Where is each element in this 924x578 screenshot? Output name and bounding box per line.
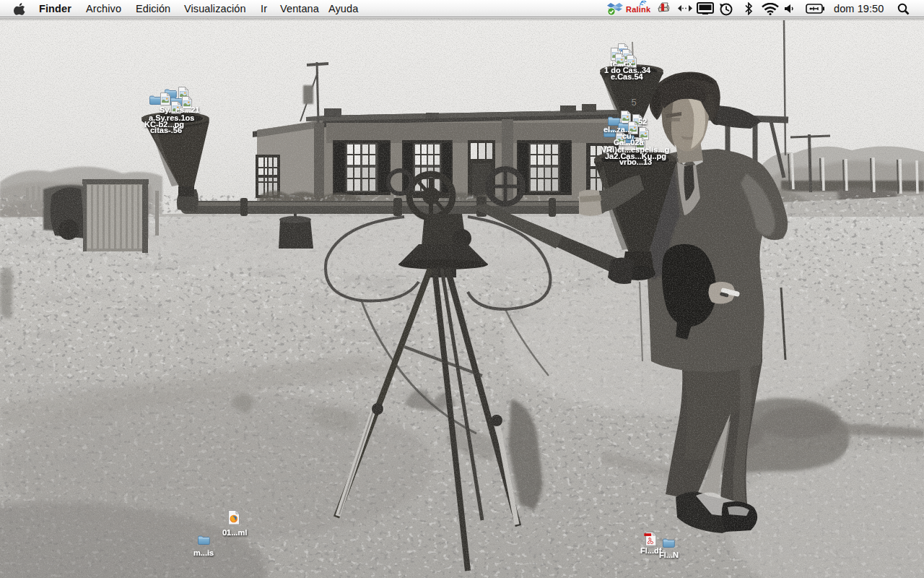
- svg-text:vrbo...13: vrbo...13: [619, 158, 652, 166]
- svg-text:citas-.56: citas-.56: [150, 126, 182, 134]
- svg-text:e.Cas.54: e.Cas.54: [611, 72, 644, 81]
- svg-text:Fl...N: Fl...N: [659, 551, 679, 559]
- svg-text:m...is: m...is: [193, 548, 214, 557]
- svg-text:52: 52: [638, 117, 647, 126]
- svg-text:01...ml: 01...ml: [222, 528, 247, 537]
